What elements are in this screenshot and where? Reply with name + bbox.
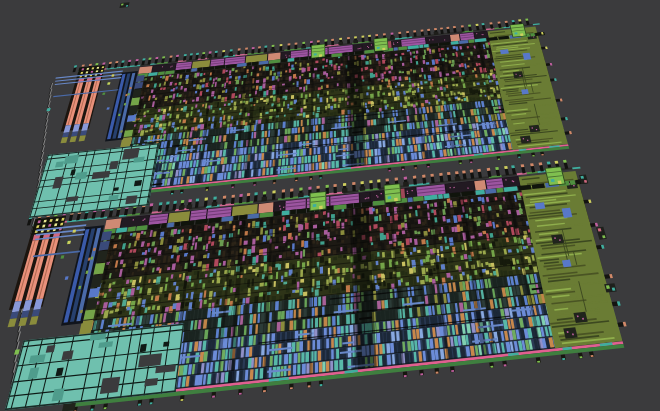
chip-layout-canvas[interactable] [0, 0, 660, 411]
layout-viewer-viewport [0, 0, 660, 411]
